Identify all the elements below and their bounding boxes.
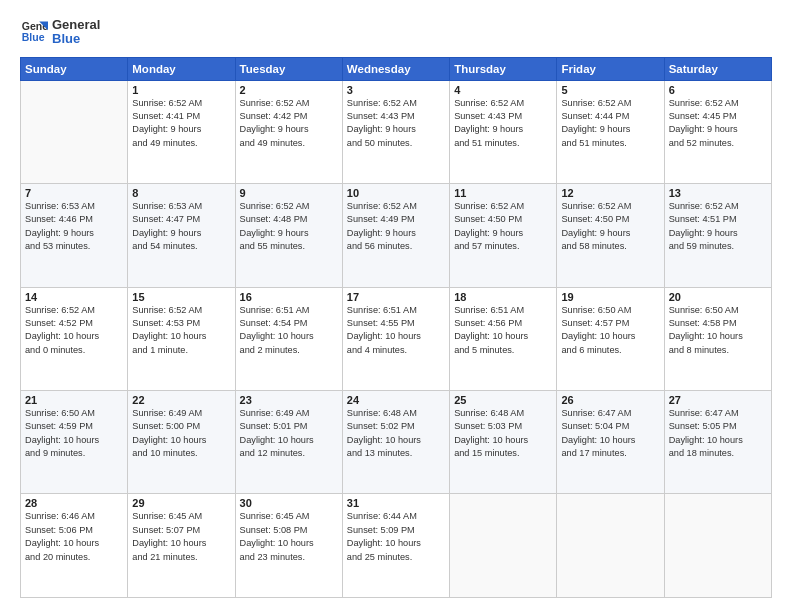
calendar-header-saturday: Saturday: [664, 57, 771, 80]
calendar-cell: 20Sunrise: 6:50 AM Sunset: 4:58 PM Dayli…: [664, 287, 771, 390]
day-number: 18: [454, 291, 552, 303]
day-number: 2: [240, 84, 338, 96]
day-number: 29: [132, 497, 230, 509]
day-detail: Sunrise: 6:52 AM Sunset: 4:43 PM Dayligh…: [347, 97, 445, 150]
day-detail: Sunrise: 6:48 AM Sunset: 5:03 PM Dayligh…: [454, 407, 552, 460]
calendar-header-row: SundayMondayTuesdayWednesdayThursdayFrid…: [21, 57, 772, 80]
calendar-cell: 9Sunrise: 6:52 AM Sunset: 4:48 PM Daylig…: [235, 184, 342, 287]
calendar-week-row: 21Sunrise: 6:50 AM Sunset: 4:59 PM Dayli…: [21, 391, 772, 494]
logo-icon: General Blue: [20, 18, 48, 46]
day-detail: Sunrise: 6:44 AM Sunset: 5:09 PM Dayligh…: [347, 510, 445, 563]
day-detail: Sunrise: 6:51 AM Sunset: 4:55 PM Dayligh…: [347, 304, 445, 357]
calendar-cell: 28Sunrise: 6:46 AM Sunset: 5:06 PM Dayli…: [21, 494, 128, 598]
day-number: 13: [669, 187, 767, 199]
day-number: 20: [669, 291, 767, 303]
day-detail: Sunrise: 6:52 AM Sunset: 4:53 PM Dayligh…: [132, 304, 230, 357]
calendar-cell: 11Sunrise: 6:52 AM Sunset: 4:50 PM Dayli…: [450, 184, 557, 287]
calendar-cell: 2Sunrise: 6:52 AM Sunset: 4:42 PM Daylig…: [235, 80, 342, 183]
calendar-cell: 15Sunrise: 6:52 AM Sunset: 4:53 PM Dayli…: [128, 287, 235, 390]
day-number: 16: [240, 291, 338, 303]
logo-text-blue: Blue: [52, 32, 100, 46]
day-detail: Sunrise: 6:52 AM Sunset: 4:45 PM Dayligh…: [669, 97, 767, 150]
logo: General Blue General Blue: [20, 18, 100, 47]
day-number: 6: [669, 84, 767, 96]
day-number: 11: [454, 187, 552, 199]
calendar-cell: 7Sunrise: 6:53 AM Sunset: 4:46 PM Daylig…: [21, 184, 128, 287]
day-detail: Sunrise: 6:53 AM Sunset: 4:46 PM Dayligh…: [25, 200, 123, 253]
day-number: 23: [240, 394, 338, 406]
calendar-cell: 19Sunrise: 6:50 AM Sunset: 4:57 PM Dayli…: [557, 287, 664, 390]
calendar-cell: 10Sunrise: 6:52 AM Sunset: 4:49 PM Dayli…: [342, 184, 449, 287]
day-number: 12: [561, 187, 659, 199]
day-detail: Sunrise: 6:51 AM Sunset: 4:54 PM Dayligh…: [240, 304, 338, 357]
day-detail: Sunrise: 6:52 AM Sunset: 4:51 PM Dayligh…: [669, 200, 767, 253]
day-detail: Sunrise: 6:52 AM Sunset: 4:48 PM Dayligh…: [240, 200, 338, 253]
calendar-week-row: 14Sunrise: 6:52 AM Sunset: 4:52 PM Dayli…: [21, 287, 772, 390]
day-detail: Sunrise: 6:49 AM Sunset: 5:01 PM Dayligh…: [240, 407, 338, 460]
day-detail: Sunrise: 6:47 AM Sunset: 5:05 PM Dayligh…: [669, 407, 767, 460]
day-detail: Sunrise: 6:53 AM Sunset: 4:47 PM Dayligh…: [132, 200, 230, 253]
day-number: 24: [347, 394, 445, 406]
calendar-cell: 16Sunrise: 6:51 AM Sunset: 4:54 PM Dayli…: [235, 287, 342, 390]
day-number: 22: [132, 394, 230, 406]
day-number: 7: [25, 187, 123, 199]
day-detail: Sunrise: 6:51 AM Sunset: 4:56 PM Dayligh…: [454, 304, 552, 357]
day-detail: Sunrise: 6:52 AM Sunset: 4:43 PM Dayligh…: [454, 97, 552, 150]
day-number: 21: [25, 394, 123, 406]
day-number: 15: [132, 291, 230, 303]
calendar-table: SundayMondayTuesdayWednesdayThursdayFrid…: [20, 57, 772, 598]
svg-text:Blue: Blue: [22, 31, 45, 43]
calendar-cell: [21, 80, 128, 183]
day-number: 26: [561, 394, 659, 406]
calendar-cell: 5Sunrise: 6:52 AM Sunset: 4:44 PM Daylig…: [557, 80, 664, 183]
day-detail: Sunrise: 6:49 AM Sunset: 5:00 PM Dayligh…: [132, 407, 230, 460]
calendar-cell: 22Sunrise: 6:49 AM Sunset: 5:00 PM Dayli…: [128, 391, 235, 494]
day-number: 14: [25, 291, 123, 303]
calendar-header-friday: Friday: [557, 57, 664, 80]
day-detail: Sunrise: 6:46 AM Sunset: 5:06 PM Dayligh…: [25, 510, 123, 563]
day-number: 8: [132, 187, 230, 199]
calendar-cell: 27Sunrise: 6:47 AM Sunset: 5:05 PM Dayli…: [664, 391, 771, 494]
calendar-cell: 4Sunrise: 6:52 AM Sunset: 4:43 PM Daylig…: [450, 80, 557, 183]
day-number: 10: [347, 187, 445, 199]
day-number: 3: [347, 84, 445, 96]
calendar-cell: 14Sunrise: 6:52 AM Sunset: 4:52 PM Dayli…: [21, 287, 128, 390]
day-number: 1: [132, 84, 230, 96]
day-detail: Sunrise: 6:45 AM Sunset: 5:07 PM Dayligh…: [132, 510, 230, 563]
day-number: 5: [561, 84, 659, 96]
calendar-cell: [450, 494, 557, 598]
logo-text-general: General: [52, 18, 100, 32]
calendar-week-row: 7Sunrise: 6:53 AM Sunset: 4:46 PM Daylig…: [21, 184, 772, 287]
calendar-cell: 13Sunrise: 6:52 AM Sunset: 4:51 PM Dayli…: [664, 184, 771, 287]
calendar-cell: 21Sunrise: 6:50 AM Sunset: 4:59 PM Dayli…: [21, 391, 128, 494]
calendar-header-sunday: Sunday: [21, 57, 128, 80]
calendar-cell: 18Sunrise: 6:51 AM Sunset: 4:56 PM Dayli…: [450, 287, 557, 390]
day-detail: Sunrise: 6:45 AM Sunset: 5:08 PM Dayligh…: [240, 510, 338, 563]
calendar-week-row: 28Sunrise: 6:46 AM Sunset: 5:06 PM Dayli…: [21, 494, 772, 598]
day-number: 9: [240, 187, 338, 199]
calendar-week-row: 1Sunrise: 6:52 AM Sunset: 4:41 PM Daylig…: [21, 80, 772, 183]
calendar-cell: 23Sunrise: 6:49 AM Sunset: 5:01 PM Dayli…: [235, 391, 342, 494]
day-detail: Sunrise: 6:52 AM Sunset: 4:41 PM Dayligh…: [132, 97, 230, 150]
calendar-header-monday: Monday: [128, 57, 235, 80]
day-number: 17: [347, 291, 445, 303]
calendar-cell: 30Sunrise: 6:45 AM Sunset: 5:08 PM Dayli…: [235, 494, 342, 598]
calendar-cell: 29Sunrise: 6:45 AM Sunset: 5:07 PM Dayli…: [128, 494, 235, 598]
calendar-cell: 12Sunrise: 6:52 AM Sunset: 4:50 PM Dayli…: [557, 184, 664, 287]
day-detail: Sunrise: 6:52 AM Sunset: 4:52 PM Dayligh…: [25, 304, 123, 357]
day-number: 30: [240, 497, 338, 509]
calendar-cell: 3Sunrise: 6:52 AM Sunset: 4:43 PM Daylig…: [342, 80, 449, 183]
day-number: 19: [561, 291, 659, 303]
day-detail: Sunrise: 6:48 AM Sunset: 5:02 PM Dayligh…: [347, 407, 445, 460]
day-detail: Sunrise: 6:52 AM Sunset: 4:42 PM Dayligh…: [240, 97, 338, 150]
day-detail: Sunrise: 6:50 AM Sunset: 4:58 PM Dayligh…: [669, 304, 767, 357]
day-detail: Sunrise: 6:52 AM Sunset: 4:49 PM Dayligh…: [347, 200, 445, 253]
page-header: General Blue General Blue: [20, 18, 772, 47]
day-number: 25: [454, 394, 552, 406]
calendar-cell: 8Sunrise: 6:53 AM Sunset: 4:47 PM Daylig…: [128, 184, 235, 287]
day-detail: Sunrise: 6:47 AM Sunset: 5:04 PM Dayligh…: [561, 407, 659, 460]
calendar-cell: 24Sunrise: 6:48 AM Sunset: 5:02 PM Dayli…: [342, 391, 449, 494]
calendar-header-wednesday: Wednesday: [342, 57, 449, 80]
day-number: 4: [454, 84, 552, 96]
day-detail: Sunrise: 6:52 AM Sunset: 4:44 PM Dayligh…: [561, 97, 659, 150]
